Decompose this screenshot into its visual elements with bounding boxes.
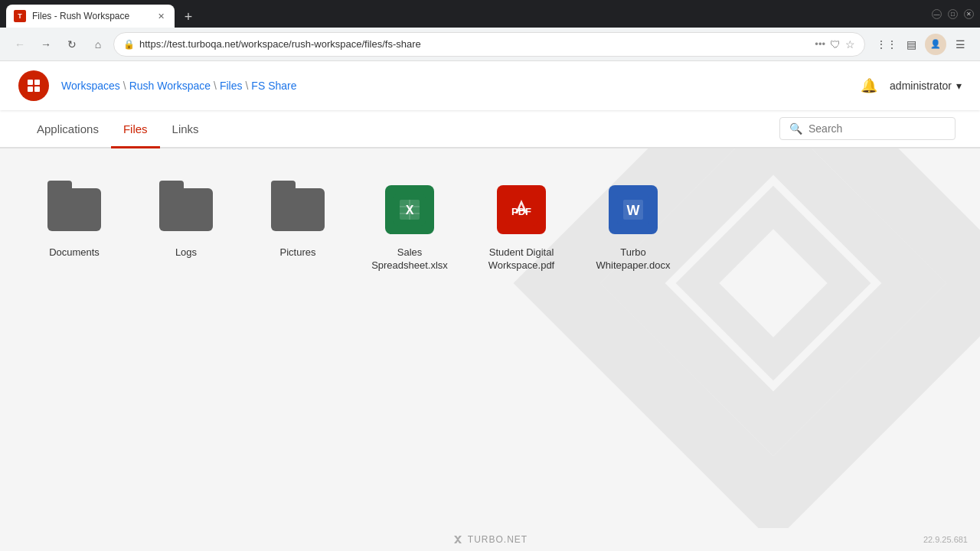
minimize-button[interactable]: — [932, 9, 942, 19]
tabs-list: Applications Files Links [24, 110, 211, 147]
breadcrumb-workspaces[interactable]: Workspaces [61, 80, 120, 92]
tab-applications[interactable]: Applications [24, 110, 111, 148]
more-options-icon[interactable]: ••• [815, 38, 825, 50]
folder-shape [159, 188, 213, 231]
url-text: https://test.turboqa.net/workspace/rush-… [139, 38, 810, 50]
file-name-turbo-whitepaper: Turbo Whitepaper.docx [590, 246, 677, 272]
file-item-pictures[interactable]: Pictures [248, 173, 348, 279]
address-bar[interactable]: 🔒 https://test.turboqa.net/workspace/rus… [113, 32, 865, 57]
user-menu[interactable]: administrator ▾ [890, 80, 962, 92]
close-button[interactable]: ✕ [964, 9, 974, 19]
tab-close-button[interactable]: ✕ [155, 10, 167, 22]
lock-icon: 🔒 [123, 39, 135, 50]
back-button[interactable]: ← [9, 34, 31, 55]
home-button[interactable]: ⌂ [87, 34, 109, 55]
extensions-button[interactable]: ⋮⋮ [876, 34, 897, 55]
browser-tab[interactable]: T Files - Rush Workspace ✕ [6, 5, 175, 28]
tab-links[interactable]: Links [160, 110, 211, 148]
bookmark-icon[interactable]: ☆ [845, 38, 855, 51]
file-name-logs: Logs [175, 246, 197, 259]
breadcrumb-workspace-name[interactable]: Rush Workspace [129, 80, 211, 92]
tab-files[interactable]: Files [111, 110, 160, 148]
folder-icon-documents [44, 179, 105, 240]
file-item-logs[interactable]: Logs [136, 173, 236, 279]
excel-icon-wrapper: X [379, 179, 440, 240]
file-item-turbo-whitepaper[interactable]: W Turbo Whitepaper.docx [583, 173, 683, 279]
forward-button[interactable]: → [35, 34, 57, 55]
svg-rect-3 [28, 80, 33, 85]
breadcrumb-files[interactable]: Files [220, 80, 243, 92]
folder-shape [47, 188, 101, 231]
word-svg: W [617, 194, 649, 226]
header-actions: 🔔 administrator ▾ [861, 77, 962, 94]
app-header: Workspaces \ Rush Workspace \ Files \ FS… [0, 61, 980, 110]
folder-icon-logs [155, 179, 217, 240]
excel-svg: X [394, 194, 426, 226]
pdf-icon-wrapper: PDF [491, 179, 552, 240]
notification-bell-icon[interactable]: 🔔 [861, 77, 877, 94]
search-box: 🔍 [779, 117, 956, 140]
pdf-svg: PDF [505, 194, 537, 226]
folder-shape [271, 188, 325, 231]
file-name-documents: Documents [49, 246, 100, 259]
tab-title: Files - Rush Workspace [32, 11, 149, 21]
search-icon: 🔍 [789, 122, 802, 135]
svg-text:W: W [627, 203, 640, 218]
file-name-pictures: Pictures [280, 246, 316, 259]
svg-text:PDF: PDF [511, 206, 531, 217]
svg-rect-5 [28, 86, 33, 92]
tabs-container: Applications Files Links 🔍 [0, 110, 980, 148]
word-icon-wrapper: W [603, 179, 664, 240]
file-name-student-digital-workspace: Student Digital Workspace.pdf [478, 246, 565, 272]
search-input[interactable] [808, 122, 946, 135]
new-tab-button[interactable]: + [178, 6, 199, 28]
word-icon: W [609, 185, 658, 234]
breadcrumb-sep-1: \ [123, 80, 126, 92]
svg-text:X: X [406, 204, 414, 217]
file-item-sales-spreadsheet[interactable]: X Sales Spreadsheet.xlsx [360, 173, 459, 279]
menu-button[interactable]: ☰ [949, 34, 971, 55]
file-item-documents[interactable]: Documents [24, 173, 124, 279]
turbo-logo-icon [25, 77, 42, 94]
folder-icon-pictures [267, 179, 328, 240]
svg-rect-4 [34, 80, 40, 85]
reading-view-button[interactable]: ▤ [900, 34, 922, 55]
breadcrumb-sep-3: \ [245, 80, 248, 92]
user-dropdown-icon: ▾ [956, 80, 962, 92]
breadcrumb-sep-2: \ [214, 80, 217, 92]
svg-rect-6 [34, 86, 40, 92]
profile-button[interactable]: 👤 [925, 34, 946, 55]
shield-icon: 🛡 [830, 38, 841, 51]
pdf-icon: PDF [497, 185, 546, 234]
excel-icon: X [385, 185, 434, 234]
user-name: administrator [890, 80, 952, 92]
maximize-button[interactable]: □ [948, 9, 958, 19]
file-item-student-digital-workspace[interactable]: PDF Student Digital Workspace.pdf [472, 173, 571, 279]
breadcrumb-current: FS Share [251, 80, 296, 92]
reload-button[interactable]: ↻ [61, 34, 83, 55]
app-logo [18, 70, 49, 101]
breadcrumb: Workspaces \ Rush Workspace \ Files \ FS… [61, 80, 297, 92]
main-content: Applications Files Links 🔍 [0, 110, 980, 551]
tab-favicon: T [14, 10, 26, 22]
files-grid: Documents Logs Pictures [0, 148, 980, 303]
file-name-sales-spreadsheet: Sales Spreadsheet.xlsx [366, 246, 453, 272]
